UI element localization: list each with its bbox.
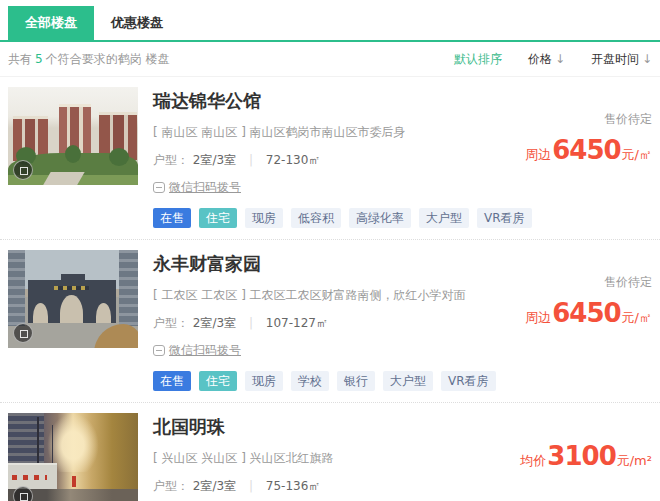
- listing-title[interactable]: 永丰财富家园: [153, 252, 485, 276]
- price-prefix: 周边: [525, 310, 551, 325]
- photo-arch: [33, 303, 48, 324]
- photo-sun-glow: [47, 413, 99, 472]
- tag-badge: 银行: [337, 371, 375, 391]
- price-column: 均价3100元/m²: [500, 413, 652, 501]
- photo-watermark: [13, 160, 33, 180]
- area-value: 107-127㎡: [266, 316, 328, 330]
- price-prefix: 周边: [525, 147, 551, 162]
- listing-location: [ 南山区 南山区 ] 南山区鹤岗市南山区市委后身: [153, 124, 485, 141]
- tag-badge: 学校: [291, 371, 329, 391]
- tag-list: 在售 住宅 现房 低容积 高绿化率 大户型 VR看房: [153, 208, 485, 228]
- photo-tower: [119, 250, 139, 326]
- tag-badge: VR看房: [441, 371, 496, 391]
- wechat-scan-label: 微信扫码拨号: [169, 179, 241, 196]
- listing-spec: 户型： 2室/3室 | 107-127㎡: [153, 315, 485, 332]
- listing-photo[interactable]: [8, 87, 138, 185]
- tag-badge: 现房: [245, 208, 283, 228]
- price-value: 6450: [552, 298, 620, 328]
- sort-down-arrow-icon: ↓: [555, 52, 565, 66]
- photo-watermark: [13, 486, 33, 501]
- listing-photo[interactable]: [8, 250, 138, 348]
- photo-pedestrian: [72, 476, 76, 487]
- tag-residential: 住宅: [199, 208, 237, 228]
- sort-price[interactable]: 价格↓: [528, 51, 565, 68]
- listing-card: 瑞达锦华公馆 [ 南山区 南山区 ] 南山区鹤岗市南山区市委后身 户型： 2室/…: [0, 77, 660, 240]
- price-status: 售价待定: [500, 274, 652, 291]
- tab-bar: 全部楼盘 优惠楼盘: [0, 0, 660, 42]
- photo-gate-sign: [54, 286, 89, 290]
- sort-opening-label: 开盘时间: [591, 52, 639, 66]
- price-column: 售价待定 周边6450元/㎡: [500, 250, 652, 391]
- listing-location: [ 工农区 工农区 ] 工农区工农区财富路南侧，欣红小学对面: [153, 287, 485, 304]
- listing-location: [ 兴山区 兴山区 ] 兴山区北红旗路: [153, 450, 485, 467]
- photo-dirt-mound: [94, 324, 138, 348]
- price-prefix: 均价: [520, 453, 546, 468]
- wechat-scan-link[interactable]: 微信扫码拨号: [153, 342, 241, 359]
- results-count: 5: [35, 52, 43, 66]
- tab-all-properties[interactable]: 全部楼盘: [8, 6, 94, 40]
- tag-badge: 现房: [245, 371, 283, 391]
- price-unit: 元/㎡: [622, 147, 652, 162]
- results-count-text: 共有5个符合要求的鹤岗 楼盘: [8, 51, 169, 68]
- tag-badge: 大户型: [419, 208, 469, 228]
- sort-price-label: 价格: [528, 52, 552, 66]
- layout-label: 户型：: [153, 316, 189, 330]
- layout-value: 2室/3室: [193, 479, 236, 493]
- price-line: 周边6450元/㎡: [500, 135, 652, 165]
- price-line: 周边6450元/㎡: [500, 298, 652, 328]
- photo-sign-wall: [8, 465, 57, 490]
- area-value: 75-136㎡: [266, 479, 321, 493]
- tag-badge: 大户型: [383, 371, 433, 391]
- spec-divider: |: [249, 316, 253, 330]
- listing-title[interactable]: 瑞达锦华公馆: [153, 89, 485, 113]
- tag-badge: 低容积: [291, 208, 341, 228]
- layout-value: 2室/3室: [193, 316, 236, 330]
- wechat-scan-label: 微信扫码拨号: [169, 342, 241, 359]
- photo-watermark: [13, 323, 33, 343]
- tab-discount-properties[interactable]: 优惠楼盘: [94, 6, 180, 40]
- layout-value: 2室/3室: [193, 153, 236, 167]
- sort-default[interactable]: 默认排序: [454, 51, 502, 68]
- tag-on-sale: 在售: [153, 208, 191, 228]
- photo-arch: [96, 303, 111, 324]
- spec-divider: |: [249, 479, 253, 493]
- listing-photo[interactable]: [8, 413, 138, 501]
- price-value: 3100: [547, 441, 615, 471]
- price-column: 售价待定 周边6450元/㎡: [500, 87, 652, 228]
- photo-tower: [8, 250, 25, 326]
- area-value: 72-130㎡: [266, 153, 321, 167]
- price-line: 均价3100元/m²: [500, 441, 652, 471]
- sort-opening-date[interactable]: 开盘时间↓: [591, 51, 652, 68]
- price-value: 6450: [552, 135, 620, 165]
- results-suffix: 个符合要求的鹤岗 楼盘: [46, 52, 170, 66]
- tag-badge: 高绿化率: [349, 208, 411, 228]
- results-prefix: 共有: [8, 52, 32, 66]
- price-unit: 元/㎡: [622, 310, 652, 325]
- results-bar: 共有5个符合要求的鹤岗 楼盘 默认排序 价格↓ 开盘时间↓: [0, 42, 660, 77]
- tag-on-sale: 在售: [153, 371, 191, 391]
- photo-arch: [60, 295, 83, 323]
- listing-spec: 户型： 2室/3室 | 72-130㎡: [153, 152, 485, 169]
- layout-label: 户型：: [153, 479, 189, 493]
- listing-card: 北国明珠 [ 兴山区 兴山区 ] 兴山区北红旗路 户型： 2室/3室 | 75-…: [0, 403, 660, 501]
- sort-down-arrow-icon: ↓: [642, 52, 652, 66]
- price-unit: 元/m²: [617, 453, 652, 468]
- listing-title[interactable]: 北国明珠: [153, 415, 485, 439]
- tag-residential: 住宅: [199, 371, 237, 391]
- listing-card: 永丰财富家园 [ 工农区 工农区 ] 工农区工农区财富路南侧，欣红小学对面 户型…: [0, 240, 660, 403]
- photo-utility-pole: [52, 425, 53, 470]
- sort-options: 默认排序 价格↓ 开盘时间↓: [454, 51, 652, 68]
- listing-spec: 户型： 2室/3室 | 75-136㎡: [153, 478, 485, 495]
- tag-list: 在售 住宅 现房 学校 银行 大户型 VR看房: [153, 371, 485, 391]
- photo-gate: [28, 280, 116, 323]
- scan-phone-icon: [153, 182, 165, 193]
- price-status: 售价待定: [500, 111, 652, 128]
- photo-sign-text: [12, 475, 47, 480]
- wechat-scan-link[interactable]: 微信扫码拨号: [153, 179, 241, 196]
- photo-building: [8, 413, 44, 470]
- scan-phone-icon: [153, 345, 165, 356]
- spec-divider: |: [249, 153, 253, 167]
- layout-label: 户型：: [153, 153, 189, 167]
